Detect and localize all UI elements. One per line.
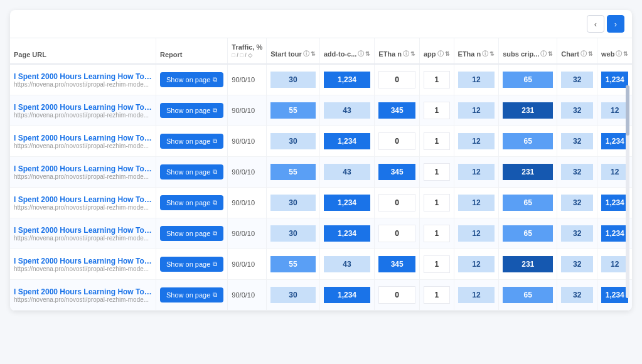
page-title-link[interactable]: I Spent 2000 Hours Learning How To Lea..… <box>14 134 152 142</box>
main-container: ‹ › Page URL Report Traffic, % □ / □ / ◇ <box>10 10 632 311</box>
data-value-cell: 1,234 <box>324 225 371 242</box>
report-cell: Show on page ⧉ <box>156 95 228 126</box>
sort-icon-web[interactable]: ⇅ <box>623 51 628 57</box>
data-value-cell: 12 <box>458 72 495 88</box>
data-value-cell: 1,234 <box>601 225 628 242</box>
data-cell: 65 <box>499 188 557 218</box>
show-on-page-button[interactable]: Show on page ⧉ <box>160 195 223 210</box>
data-cell: 1,234 <box>319 218 375 249</box>
info-icon-web[interactable]: ⓘ <box>616 50 622 58</box>
col-header-start-tour[interactable]: Start tour ⓘ ⇅ <box>267 38 320 64</box>
page-title-link[interactable]: I Spent 2000 Hours Learning How To Lea..… <box>14 226 152 235</box>
traffic-cell: 90/0/10 <box>228 280 267 311</box>
page-url-cell: I Spent 2000 Hours Learning How To Lea..… <box>10 188 156 218</box>
data-value-cell: 32 <box>561 287 593 303</box>
page-title-link[interactable]: I Spent 2000 Hours Learning How To Lea..… <box>14 257 152 265</box>
page-url-text: https://novena.pro/novosti/propal-rezhim… <box>14 265 152 272</box>
traffic-value: 90/0/10 <box>232 199 255 206</box>
show-on-page-button[interactable]: Show on page ⧉ <box>160 257 223 272</box>
sort-icon-add-to-c[interactable]: ⇅ <box>365 51 370 57</box>
data-cell: 30 <box>267 64 320 95</box>
data-value-cell: 30 <box>270 195 316 211</box>
col-header-chart[interactable]: Chart ⓘ ⇅ <box>557 38 597 64</box>
info-icon-ethan[interactable]: ⓘ <box>403 50 409 58</box>
data-value-cell: 1 <box>424 286 450 304</box>
page-url-cell: I Spent 2000 Hours Learning How To Lea..… <box>10 95 156 126</box>
page-title-link[interactable]: I Spent 2000 Hours Learning How To Lea..… <box>14 287 152 296</box>
show-on-page-button[interactable]: Show on page ⧉ <box>160 287 223 302</box>
info-icon-start-tour[interactable]: ⓘ <box>303 50 309 58</box>
col-header-ethan[interactable]: ETha n ⓘ ⇅ <box>375 38 420 64</box>
col-header-web[interactable]: web ⓘ ⇅ <box>597 38 632 64</box>
data-value-cell: 32 <box>561 195 593 211</box>
col-header-app[interactable]: app ⓘ ⇅ <box>419 38 454 64</box>
table-row: I Spent 2000 Hours Learning How To Lea..… <box>10 126 632 157</box>
data-cell: 43 <box>319 95 375 126</box>
data-cell: 0 <box>375 280 420 311</box>
data-value-cell: 231 <box>503 102 553 119</box>
sort-icon-start-tour[interactable]: ⇅ <box>311 51 316 57</box>
scrollbar-thumb[interactable] <box>626 85 629 136</box>
data-cell: 43 <box>319 249 375 280</box>
external-link-icon: ⧉ <box>213 230 217 237</box>
data-cell: 12 <box>454 249 499 280</box>
show-on-page-button[interactable]: Show on page ⧉ <box>160 134 223 149</box>
data-cell: 231 <box>499 157 557 188</box>
col-header-add-to-c[interactable]: add-to-c... ⓘ ⇅ <box>319 38 375 64</box>
page-url-cell: I Spent 2000 Hours Learning How To Lea..… <box>10 218 156 249</box>
info-icon-ethan2[interactable]: ⓘ <box>482 50 488 58</box>
info-icon-add-to-c[interactable]: ⓘ <box>358 50 364 58</box>
show-on-page-button[interactable]: Show on page ⧉ <box>160 103 223 118</box>
data-value-cell: 1,234 <box>324 133 371 149</box>
sort-icon-app[interactable]: ⇅ <box>445 51 450 57</box>
data-value-cell: 1 <box>424 225 450 242</box>
traffic-value: 90/0/10 <box>232 137 255 145</box>
data-value-cell: 12 <box>601 164 628 180</box>
data-cell: 12 <box>454 157 499 188</box>
show-on-page-label: Show on page <box>166 291 210 299</box>
sort-icon-ethan2[interactable]: ⇅ <box>490 51 495 57</box>
data-value-cell: 231 <box>503 256 553 272</box>
show-on-page-label: Show on page <box>166 137 210 145</box>
info-icon-chart[interactable]: ⓘ <box>580 50 587 58</box>
data-cell: 345 <box>375 95 420 126</box>
show-on-page-button[interactable]: Show on page ⧉ <box>160 72 223 87</box>
page-title-link[interactable]: I Spent 2000 Hours Learning How To Lea..… <box>14 164 152 173</box>
data-value-cell: 1 <box>424 163 450 181</box>
show-on-page-label: Show on page <box>166 107 210 114</box>
page-title-link[interactable]: I Spent 2000 Hours Learning How To Lea..… <box>14 195 152 204</box>
data-cell: 1,234 <box>319 280 375 311</box>
page-title-link[interactable]: I Spent 2000 Hours Learning How To Lea..… <box>14 103 152 112</box>
data-value-cell: 0 <box>378 286 415 304</box>
data-value-cell: 43 <box>324 164 371 180</box>
sort-icon-subs[interactable]: ⇅ <box>548 51 553 57</box>
external-link-icon: ⧉ <box>213 76 217 83</box>
external-link-icon: ⧉ <box>213 168 217 176</box>
page-title-link[interactable]: I Spent 2000 Hours Learning How To Lea..… <box>14 72 152 81</box>
data-value-cell: 32 <box>561 133 593 149</box>
data-cell: 1 <box>419 64 454 95</box>
info-icon-app[interactable]: ⓘ <box>437 50 444 58</box>
data-value-cell: 12 <box>458 256 495 272</box>
table-row: I Spent 2000 Hours Learning How To Lea..… <box>10 64 632 95</box>
table-row: I Spent 2000 Hours Learning How To Lea..… <box>10 218 632 249</box>
info-icon-subs[interactable]: ⓘ <box>540 50 547 58</box>
data-cell: 231 <box>499 95 557 126</box>
page-url-cell: I Spent 2000 Hours Learning How To Lea..… <box>10 157 156 188</box>
show-on-page-button[interactable]: Show on page ⧉ <box>160 164 223 179</box>
sort-icon-chart[interactable]: ⇅ <box>588 51 593 57</box>
col-header-ethan2[interactable]: ETha n ⓘ ⇅ <box>454 38 499 64</box>
table-row: I Spent 2000 Hours Learning How To Lea..… <box>10 95 632 126</box>
data-value-cell: 65 <box>503 72 553 88</box>
data-cell: 345 <box>375 249 420 280</box>
show-on-page-button[interactable]: Show on page ⧉ <box>160 226 223 241</box>
data-value-cell: 55 <box>270 102 316 119</box>
traffic-cell: 90/0/10 <box>228 95 267 126</box>
page-url-cell: I Spent 2000 Hours Learning How To Lea..… <box>10 280 156 311</box>
col-header-subs-crip[interactable]: subs crip... ⓘ ⇅ <box>499 38 557 64</box>
next-button[interactable]: › <box>607 15 624 33</box>
page-url-text: https://novena.pro/novosti/propal-rezhim… <box>14 142 152 149</box>
external-link-icon: ⧉ <box>213 137 217 145</box>
prev-button[interactable]: ‹ <box>587 15 604 33</box>
sort-icon-ethan[interactable]: ⇅ <box>410 51 415 57</box>
